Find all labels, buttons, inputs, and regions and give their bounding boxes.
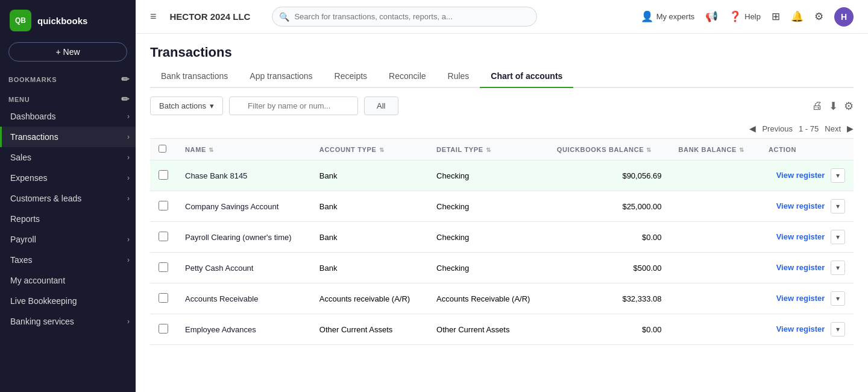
row-checkbox-cell — [150, 253, 177, 283]
action-cell: View register ▾ — [760, 222, 854, 253]
filter-input[interactable] — [229, 96, 358, 115]
all-filter-button[interactable]: All — [364, 96, 398, 115]
row-dropdown-arrow[interactable]: ▾ — [831, 168, 845, 183]
detail-type: Other Current Assets — [428, 314, 549, 345]
view-register-button[interactable]: View register — [776, 171, 825, 180]
quickbooks-logo-text: quickbooks — [37, 16, 87, 26]
col-header-account-type[interactable]: ACCOUNT TYPE⇅ — [311, 139, 428, 160]
menu-toggle-icon[interactable]: ≡ — [150, 10, 157, 23]
chevron-right-icon: › — [127, 235, 130, 244]
sidebar-item-reports[interactable]: Reports — [0, 209, 136, 229]
tab-reconcile[interactable]: Reconcile — [378, 65, 436, 88]
table-row: Employee Advances Other Current Assets O… — [150, 314, 854, 345]
tab-bank-transactions[interactable]: Bank transactions — [150, 65, 239, 88]
megaphone-icon[interactable]: 📢 — [705, 10, 718, 23]
detail-type: Accounts Receivable (A/R) — [428, 283, 549, 314]
col-header-name[interactable]: NAME⇅ — [177, 139, 311, 160]
table-row: Accounts Receivable Accounts receivable … — [150, 283, 854, 314]
row-dropdown-arrow[interactable]: ▾ — [831, 291, 845, 306]
col-header-detail-type[interactable]: DETAIL TYPE⇅ — [428, 139, 549, 160]
tab-receipts[interactable]: Receipts — [324, 65, 378, 88]
qb-balance: $0.00 — [549, 314, 670, 345]
sort-icon: ⇅ — [379, 147, 385, 153]
view-register-button[interactable]: View register — [776, 294, 825, 303]
view-register-button[interactable]: View register — [776, 232, 825, 241]
bookmarks-edit-icon[interactable]: ✏ — [121, 74, 130, 85]
row-checkbox[interactable] — [159, 170, 168, 180]
col-header-qb-balance[interactable]: QUICKBOOKS BALANCE⇅ — [549, 139, 670, 160]
download-icon[interactable]: ⬇ — [829, 100, 838, 113]
search-input[interactable] — [272, 7, 537, 27]
row-checkbox[interactable] — [159, 324, 168, 334]
sidebar-item-live-bookkeeping[interactable]: Live Bookkeeping — [0, 291, 136, 311]
select-all-header — [150, 139, 177, 160]
previous-page-button[interactable]: ◀ — [749, 124, 756, 133]
tab-rules[interactable]: Rules — [437, 65, 480, 88]
bell-icon[interactable]: 🔔 — [791, 10, 804, 23]
row-dropdown-arrow[interactable]: ▾ — [831, 322, 845, 337]
account-name: Payroll Clearing (owner's time) — [177, 222, 311, 253]
next-page-button[interactable]: ▶ — [847, 124, 854, 133]
tab-app-transactions[interactable]: App transactions — [239, 65, 323, 88]
print-icon[interactable]: 🖨 — [812, 100, 823, 112]
account-type: Bank — [311, 222, 428, 253]
settings-icon[interactable]: ⚙ — [814, 10, 823, 23]
table-body: Chase Bank 8145 Bank Checking $90,056.69… — [150, 160, 854, 345]
chevron-down-icon: ▾ — [210, 101, 214, 110]
my-experts-button[interactable]: 👤 My experts — [641, 10, 695, 23]
page-content: Transactions Bank transactionsApp transa… — [136, 34, 868, 392]
help-button[interactable]: ❓ Help — [729, 10, 761, 23]
chevron-right-icon: › — [127, 153, 130, 162]
sidebar-item-my-accountant[interactable]: My accountant — [0, 270, 136, 291]
settings-table-icon[interactable]: ⚙ — [844, 100, 854, 113]
account-type: Accounts receivable (A/R) — [311, 283, 428, 314]
avatar[interactable]: H — [834, 7, 854, 27]
row-checkbox[interactable] — [159, 293, 168, 303]
chevron-right-icon: › — [127, 194, 130, 203]
action-cell: View register ▾ — [760, 191, 854, 222]
select-all-checkbox[interactable] — [159, 145, 166, 153]
row-checkbox-cell — [150, 191, 177, 222]
view-register-button[interactable]: View register — [776, 263, 825, 272]
next-label[interactable]: Next — [825, 124, 841, 133]
tab-chart-of-accounts[interactable]: Chart of accounts — [480, 65, 573, 88]
view-register-button[interactable]: View register — [776, 201, 825, 210]
detail-type: Checking — [428, 160, 549, 191]
table-row: Company Savings Account Bank Checking $2… — [150, 191, 854, 222]
menu-edit-icon[interactable]: ✏ — [121, 93, 130, 105]
sidebar-item-taxes[interactable]: Taxes› — [0, 250, 136, 270]
batch-actions-button[interactable]: Batch actions ▾ — [150, 96, 223, 115]
view-register-button[interactable]: View register — [776, 324, 825, 334]
topbar: ≡ HECTOR 2024 LLC 🔍 👤 My experts 📢 ❓ Hel… — [136, 0, 868, 34]
action-cell: View register ▾ — [760, 253, 854, 283]
sidebar-item-banking-services[interactable]: Banking services› — [0, 311, 136, 332]
account-name: Petty Cash Account — [177, 253, 311, 283]
table-header: NAME⇅ACCOUNT TYPE⇅DETAIL TYPE⇅QUICKBOOKS… — [150, 139, 854, 160]
sidebar: QB quickbooks + New BOOKMARKS ✏ MENU ✏ D… — [0, 0, 136, 392]
sidebar-item-sales[interactable]: Sales› — [0, 147, 136, 168]
sidebar-item-dashboards[interactable]: Dashboards› — [0, 106, 136, 127]
bank-balance — [670, 222, 760, 253]
row-checkbox-cell — [150, 283, 177, 314]
sidebar-item-expenses[interactable]: Expenses› — [0, 168, 136, 188]
menu-section: MENU ✏ — [0, 90, 136, 106]
row-dropdown-arrow[interactable]: ▾ — [831, 261, 845, 275]
chevron-right-icon: › — [127, 133, 130, 141]
row-dropdown-arrow[interactable]: ▾ — [831, 199, 845, 213]
row-checkbox[interactable] — [159, 262, 168, 272]
row-dropdown-arrow[interactable]: ▾ — [831, 230, 845, 244]
grid-icon[interactable]: ⊞ — [772, 10, 780, 23]
search-container: 🔍 — [272, 7, 537, 27]
sidebar-item-transactions[interactable]: Transactions› — [0, 127, 136, 147]
row-checkbox[interactable] — [159, 232, 168, 241]
detail-type: Checking — [428, 253, 549, 283]
row-checkbox-cell — [150, 314, 177, 345]
new-button[interactable]: + New — [8, 42, 127, 62]
sidebar-item-customers-leads[interactable]: Customers & leads› — [0, 188, 136, 209]
previous-label[interactable]: Previous — [762, 124, 793, 133]
row-checkbox[interactable] — [159, 201, 168, 210]
col-header-bank-balance[interactable]: BANK BALANCE⇅ — [670, 139, 760, 160]
sidebar-item-payroll[interactable]: Payroll› — [0, 229, 136, 250]
main-content: ≡ HECTOR 2024 LLC 🔍 👤 My experts 📢 ❓ Hel… — [136, 0, 868, 392]
bank-balance — [670, 283, 760, 314]
